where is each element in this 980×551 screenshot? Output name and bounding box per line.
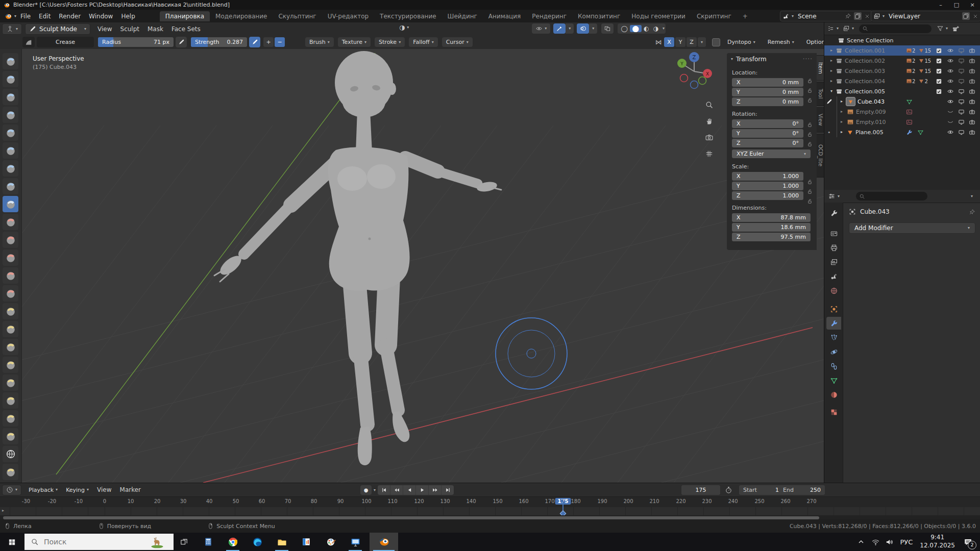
expand-icon[interactable]: ▸ <box>830 69 832 73</box>
strength-pressure-toggle[interactable] <box>249 37 260 47</box>
disable-render-toggle[interactable] <box>969 98 975 105</box>
hide-eye-toggle[interactable] <box>947 98 954 105</box>
outliner-row-plane-005[interactable]: • ▸ Plane.005 <box>824 127 980 137</box>
tray-chevron-up-icon[interactable] <box>857 538 865 546</box>
hide-eye-toggle[interactable] <box>947 47 954 54</box>
tool-multiplane-scrape[interactable] <box>3 285 18 302</box>
disable-viewport-toggle[interactable] <box>958 109 965 115</box>
lock-icon[interactable] <box>806 198 813 205</box>
brush-name-field[interactable]: Crease <box>37 37 94 47</box>
tool-scrape[interactable] <box>3 267 18 284</box>
direction-subtract-button[interactable]: − <box>275 37 285 47</box>
hide-eye-toggle[interactable] <box>947 57 954 64</box>
mode-selector[interactable]: Sculpt Mode ▾ <box>25 23 90 35</box>
texture-dropdown[interactable]: Texture▾ <box>338 37 371 47</box>
file-explorer-icon[interactable] <box>272 533 292 551</box>
start-button[interactable] <box>0 533 23 551</box>
scene-name[interactable]: Scene <box>798 13 817 20</box>
pan-button[interactable] <box>702 114 716 128</box>
tool-cloth[interactable] <box>3 410 18 427</box>
office-app-icon[interactable] <box>296 533 316 551</box>
menu-face-sets[interactable]: Face Sets <box>167 26 205 33</box>
task-view-button[interactable] <box>174 533 194 551</box>
radius-slider[interactable]: Radius 71 px <box>98 37 174 47</box>
tab-scene[interactable] <box>826 270 841 283</box>
outliner-item-label[interactable]: Collection.005 <box>845 88 885 95</box>
start-frame-field[interactable]: Start1 <box>739 485 783 495</box>
close-button[interactable]: × <box>965 0 980 10</box>
location-z-field[interactable]: Z0 mm <box>732 97 803 106</box>
play-reverse-button[interactable] <box>403 485 416 495</box>
workspace-tab-uv[interactable]: UV-редактор <box>322 11 374 21</box>
outliner-row-collection-005[interactable]: ▾ Collection.005 <box>824 86 980 96</box>
previous-keyframe-button[interactable] <box>390 485 403 495</box>
paint-app-icon[interactable] <box>321 533 341 551</box>
outliner-display-mode-icon[interactable] <box>843 25 850 32</box>
tool-grab[interactable] <box>3 321 18 337</box>
outliner-editor-icon[interactable] <box>827 25 835 32</box>
tool-thumb[interactable] <box>3 374 18 391</box>
scene-selector[interactable]: ▾ Scene <box>780 11 873 21</box>
cursor-dropdown[interactable]: Cursor▾ <box>442 37 473 47</box>
tab-texture[interactable] <box>826 406 841 418</box>
tab-object-data[interactable] <box>826 374 841 387</box>
outliner-item-label[interactable]: Collection.002 <box>845 58 885 64</box>
tool-smooth[interactable] <box>3 214 18 230</box>
perspective-toggle-button[interactable] <box>702 147 716 160</box>
lock-icon[interactable] <box>806 179 813 185</box>
tool-clay-thumb[interactable] <box>3 124 18 141</box>
tab-constraints[interactable] <box>826 360 841 372</box>
exclude-checkbox[interactable] <box>936 78 942 85</box>
show-visibility-dropdown[interactable]: ▾ <box>532 23 550 34</box>
tool-elastic-deform[interactable] <box>3 339 18 355</box>
tool-pinch[interactable] <box>3 303 18 319</box>
tab-output[interactable] <box>826 241 841 254</box>
wifi-icon[interactable] <box>871 538 880 546</box>
viewport-canvas[interactable] <box>0 49 824 483</box>
tool-pose[interactable] <box>3 392 18 409</box>
expand-icon[interactable]: ▸ <box>841 120 843 124</box>
maximize-button[interactable]: □ <box>949 0 964 10</box>
disable-viewport-toggle[interactable] <box>958 98 965 105</box>
camera-view-button[interactable] <box>702 131 716 144</box>
viewlayer-browse-icon[interactable] <box>873 13 880 20</box>
tool-inflate[interactable] <box>3 160 18 177</box>
symmetry-z-button[interactable]: Z <box>687 37 697 47</box>
pin-icon[interactable] <box>845 13 851 19</box>
outliner-row-collection-003[interactable]: ▸ Collection.003 2 15 <box>824 66 980 76</box>
end-frame-field[interactable]: End250 <box>779 485 825 495</box>
outliner-item-label[interactable]: Collection.004 <box>845 78 885 85</box>
lock-icon[interactable] <box>806 131 813 138</box>
lock-icon[interactable] <box>806 97 813 104</box>
disable-render-toggle[interactable] <box>969 58 975 64</box>
add-modifier-button[interactable]: Add Modifier ▾ <box>849 222 975 234</box>
keying-menu[interactable]: Keying▾ <box>62 485 93 495</box>
workspace-tab-sculpting[interactable]: Скульптинг <box>273 11 322 21</box>
tab-world[interactable] <box>826 284 841 297</box>
tab-render[interactable] <box>826 227 841 240</box>
outliner-row-cube-043[interactable]: ▸ Cube.043 <box>824 96 980 107</box>
disable-render-toggle[interactable] <box>969 119 975 126</box>
disable-render-toggle[interactable] <box>969 129 975 136</box>
expand-icon[interactable]: ▸ <box>841 110 843 114</box>
dyntopo-dropdown[interactable]: Dyntopo▾ <box>723 37 760 47</box>
disable-render-toggle[interactable] <box>969 47 975 54</box>
symmetry-x-button[interactable]: X <box>664 37 674 47</box>
outliner-item-label[interactable]: Scene Collection <box>847 37 893 44</box>
show-overlays-toggle[interactable] <box>577 23 589 34</box>
remove-viewlayer-icon[interactable] <box>972 13 978 19</box>
workspace-tab-scripting[interactable]: Скриптинг <box>691 11 737 21</box>
workspace-tab-texture-paint[interactable]: Текстурирование <box>374 11 442 21</box>
edge-app-icon[interactable] <box>247 533 267 551</box>
tab-tool[interactable] <box>826 207 841 219</box>
show-gizmo-toggle[interactable] <box>553 23 566 34</box>
expand-icon[interactable]: ▸ <box>830 59 832 63</box>
timeline-marker-menu[interactable]: Marker <box>116 486 145 493</box>
exclude-checkbox[interactable] <box>936 47 942 54</box>
brush-dropdown[interactable]: Brush▾ <box>305 37 334 47</box>
search-input[interactable] <box>43 537 132 546</box>
chrome-app-icon[interactable] <box>223 533 243 551</box>
viewlayer-name[interactable]: ViewLayer <box>889 13 920 20</box>
exclude-checkbox[interactable] <box>936 88 942 95</box>
action-center-button[interactable]: 2 <box>963 537 973 547</box>
